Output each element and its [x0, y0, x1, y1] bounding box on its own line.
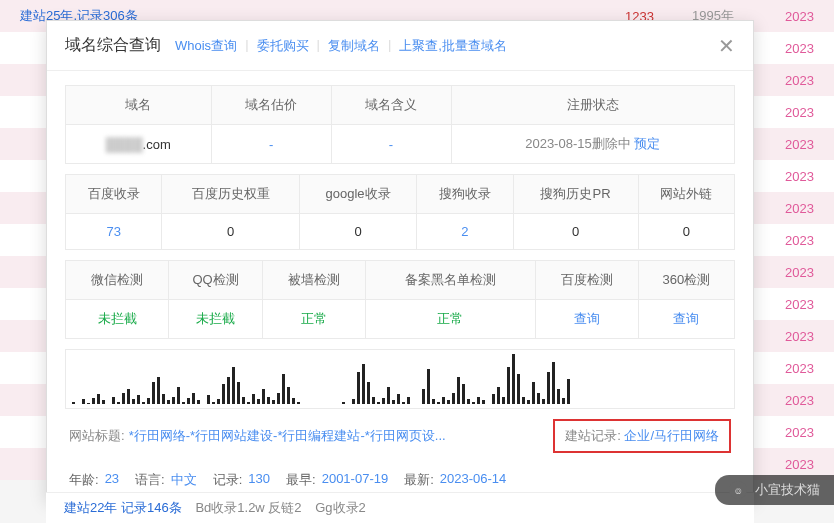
cell-r3-1: 未拦截	[169, 300, 263, 339]
header-links: Whois查询| 委托购买| 复制域名| 上聚查,批量查域名	[175, 37, 507, 55]
table-detect: 微信检测QQ检测被墙检测备案黑名单检测百度检测360检测 未拦截未拦截正常正常查…	[65, 260, 735, 339]
cell-r2-0[interactable]: 73	[66, 214, 162, 250]
th-r3-4: 百度检测	[535, 261, 638, 300]
link-whois[interactable]: Whois查询	[175, 37, 237, 55]
meta-row: 年龄:23 语言:中文 记录:130 最早:2001-07-19 最新:2023…	[65, 463, 735, 489]
cell-meaning[interactable]: -	[331, 125, 451, 164]
th-r2-0: 百度收录	[66, 175, 162, 214]
cell-r3-2: 正常	[262, 300, 365, 339]
th-r3-3: 备案黑名单检测	[366, 261, 535, 300]
record-highlight-box: 建站记录: 企业/马行田网络	[553, 419, 731, 453]
th-r2-2: google收录	[299, 175, 416, 214]
modal-header: 域名综合查询 Whois查询| 委托购买| 复制域名| 上聚查,批量查域名 ✕	[47, 21, 753, 71]
cell-r3-4[interactable]: 查询	[535, 300, 638, 339]
site-title-label: 网站标题:	[69, 427, 125, 445]
th-r2-5: 网站外链	[638, 175, 735, 214]
close-icon[interactable]: ✕	[718, 36, 735, 56]
th-regstatus: 注册状态	[451, 86, 735, 125]
th-r2-1: 百度历史权重	[162, 175, 300, 214]
cell-r2-4: 0	[513, 214, 638, 250]
site-title-row: 网站标题: *行田网络-*行田网站建设-*行田编程建站-*行田网页设... 建站…	[65, 409, 735, 463]
cell-r2-5: 0	[638, 214, 735, 250]
th-r3-2: 被墙检测	[262, 261, 365, 300]
th-r3-1: QQ检测	[169, 261, 263, 300]
modal-title: 域名综合查询	[65, 35, 161, 56]
table-basic: 域名 域名估价 域名含义 注册状态 ████.com - - 2023-08-1…	[65, 85, 735, 164]
th-meaning: 域名含义	[331, 86, 451, 125]
cell-r3-0: 未拦截	[66, 300, 169, 339]
th-domain: 域名	[66, 86, 212, 125]
th-r3-0: 微信检测	[66, 261, 169, 300]
cell-domain: ████.com	[66, 125, 212, 164]
th-r2-3: 搜狗收录	[417, 175, 513, 214]
cell-r2-3[interactable]: 2	[417, 214, 513, 250]
site-title-value[interactable]: *行田网络-*行田网站建设-*行田编程建站-*行田网页设...	[129, 427, 446, 445]
link-copy[interactable]: 复制域名	[328, 37, 380, 55]
link-entrust[interactable]: 委托购买	[257, 37, 309, 55]
th-valuation: 域名估价	[211, 86, 331, 125]
bottom-strip: 建站22年 记录146条 Bd收录1.2w 反链2 Gg收录2	[46, 492, 754, 523]
cell-valuation[interactable]: -	[211, 125, 331, 164]
watermark-bar: ⌾ 小宜技术猫	[715, 475, 834, 505]
domain-query-modal: 域名综合查询 Whois查询| 委托购买| 复制域名| 上聚查,批量查域名 ✕ …	[46, 20, 754, 500]
th-r2-4: 搜狗历史PR	[513, 175, 638, 214]
th-r3-5: 360检测	[638, 261, 734, 300]
link-reserve[interactable]: 预定	[634, 136, 660, 151]
watermark-text: 小宜技术猫	[755, 481, 820, 499]
cell-r3-3: 正常	[366, 300, 535, 339]
wechat-icon: ⌾	[729, 481, 747, 499]
cell-r3-5[interactable]: 查询	[638, 300, 734, 339]
cell-regstatus: 2023-08-15删除中 预定	[451, 125, 735, 164]
link-batch[interactable]: 上聚查,批量查域名	[399, 37, 507, 55]
table-index: 百度收录百度历史权重google收录搜狗收录搜狗历史PR网站外链 7300200	[65, 174, 735, 250]
cell-r2-1: 0	[162, 214, 300, 250]
record-label: 建站记录:	[565, 428, 621, 443]
cell-r2-2: 0	[299, 214, 416, 250]
record-value[interactable]: 企业/马行田网络	[624, 428, 719, 443]
history-sparkline	[65, 349, 735, 409]
